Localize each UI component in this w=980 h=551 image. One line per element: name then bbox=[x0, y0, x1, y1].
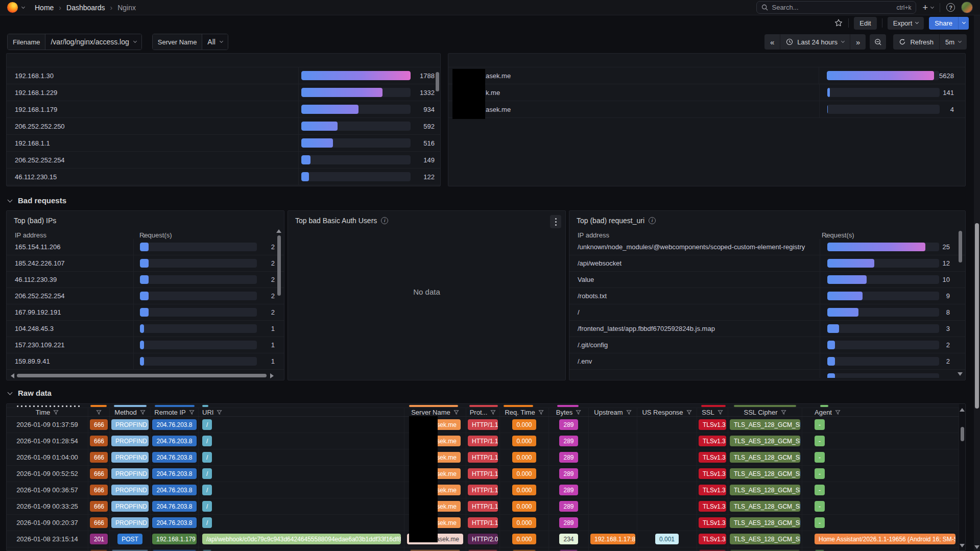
cell-req_time: 0.000 bbox=[500, 449, 549, 465]
cell-req_time: 0.000 bbox=[500, 498, 549, 514]
vertical-scrollbar-thumb[interactable] bbox=[961, 427, 964, 441]
bar-gauge bbox=[819, 67, 939, 84]
value-badge: TLS_AES_128_GCM_SHA256 bbox=[730, 550, 800, 550]
table-scrollbar-track[interactable] bbox=[959, 404, 965, 550]
value-badge: HTTP/1.1 bbox=[468, 419, 498, 430]
scroll-up-arrow[interactable] bbox=[960, 408, 965, 412]
scroll-left-arrow[interactable] bbox=[11, 373, 14, 378]
breadcrumb-home[interactable]: Home bbox=[35, 4, 54, 12]
zoom-out-time-button[interactable] bbox=[870, 34, 886, 50]
column-header-ssl[interactable]: SSL bbox=[697, 408, 728, 416]
vertical-scrollbar-thumb[interactable] bbox=[277, 235, 281, 296]
column-header-bytes[interactable]: Bytes bbox=[549, 408, 589, 416]
panel-title[interactable]: Top (bad) request_uri i bbox=[577, 217, 656, 225]
filename-select[interactable]: /var/log/nginx/access.log bbox=[45, 34, 141, 50]
cell-upstream: 192.168.1.17:8123 bbox=[589, 531, 637, 547]
column-header-us_response[interactable]: US Response bbox=[637, 408, 697, 416]
cut-badge-fragment bbox=[504, 405, 533, 407]
bar-fill bbox=[140, 243, 149, 251]
filter-icon[interactable] bbox=[217, 410, 222, 415]
panel-bad-auth-users: Top bad Basic Auth Users i No data bbox=[288, 210, 566, 380]
scroll-up-arrow[interactable] bbox=[276, 229, 281, 233]
search-input[interactable] bbox=[772, 4, 893, 11]
info-icon[interactable]: i bbox=[649, 217, 656, 224]
share-button[interactable]: Share bbox=[929, 17, 958, 30]
filter-icon[interactable] bbox=[53, 410, 59, 415]
cell-upstream bbox=[589, 547, 637, 550]
value-badge: HTTP/1.1 bbox=[468, 468, 498, 479]
vertical-scrollbar-thumb[interactable] bbox=[959, 231, 962, 262]
scroll-right-arrow[interactable] bbox=[270, 373, 274, 378]
panel-title[interactable]: Top (bad) IPs bbox=[14, 217, 56, 225]
filter-icon[interactable] bbox=[96, 410, 102, 415]
share-menu-button[interactable] bbox=[958, 17, 969, 30]
time-shift-forward-button[interactable]: » bbox=[850, 34, 866, 50]
column-header-ip[interactable]: IP address bbox=[578, 231, 609, 239]
refresh-button[interactable]: Refresh bbox=[893, 34, 940, 50]
bar-fill bbox=[827, 88, 830, 97]
add-new-button[interactable]: + bbox=[922, 3, 934, 12]
cell-us_response bbox=[637, 466, 697, 482]
help-icon[interactable]: ? bbox=[946, 3, 955, 12]
page-scrollbar-thumb[interactable] bbox=[975, 223, 979, 409]
filter-icon[interactable] bbox=[626, 410, 632, 415]
row-label: 157.230.109.221 bbox=[7, 341, 133, 349]
cell-bytes: 289 bbox=[549, 498, 589, 514]
row-label: 46.112.230.39 bbox=[7, 276, 133, 283]
section-raw-data[interactable]: Raw data bbox=[8, 389, 52, 397]
column-header-ip[interactable]: IP address bbox=[15, 231, 46, 239]
column-header-server[interactable]: Server Name bbox=[404, 408, 466, 416]
column-header-time[interactable]: Time bbox=[7, 408, 88, 416]
server-name-select[interactable]: All bbox=[202, 34, 228, 50]
scroll-down-arrow[interactable] bbox=[960, 544, 965, 547]
panel-menu-icon[interactable] bbox=[550, 215, 561, 228]
filter-icon[interactable] bbox=[490, 410, 496, 415]
chevron-down-icon[interactable] bbox=[21, 5, 25, 8]
breadcrumb-dashboards[interactable]: Dashboards bbox=[66, 4, 105, 12]
column-header-prot[interactable]: Prot... bbox=[466, 408, 500, 416]
bar-track bbox=[140, 341, 257, 349]
value-badge: / bbox=[202, 436, 212, 446]
horizontal-scrollbar[interactable] bbox=[11, 373, 274, 378]
horizontal-scrollbar-thumb[interactable] bbox=[17, 374, 267, 377]
filter-icon[interactable] bbox=[835, 410, 841, 415]
search-box[interactable]: ctrl+k bbox=[756, 1, 916, 14]
cell-uri: / bbox=[199, 547, 404, 550]
bar-track bbox=[140, 292, 257, 300]
section-bad-requests[interactable]: Bad requests bbox=[8, 196, 66, 205]
scroll-down-arrow[interactable] bbox=[958, 372, 963, 376]
column-header-remote_ip[interactable]: Remote IP bbox=[151, 408, 199, 416]
scroll-down-arrow[interactable] bbox=[974, 545, 979, 549]
column-header-uri[interactable]: URI bbox=[199, 408, 404, 416]
column-header-agent[interactable]: Agent bbox=[802, 408, 959, 416]
filter-icon[interactable] bbox=[781, 410, 786, 415]
time-shift-back-button[interactable]: « bbox=[764, 34, 780, 50]
row-value: 592 bbox=[412, 123, 440, 130]
filter-icon[interactable] bbox=[576, 410, 581, 415]
column-header-upstream[interactable]: Upstream bbox=[589, 408, 637, 416]
column-header-req_time[interactable]: Req. Time bbox=[500, 408, 549, 416]
filter-icon[interactable] bbox=[453, 410, 459, 415]
page-scrollbar[interactable] bbox=[974, 0, 980, 551]
time-range-picker[interactable]: Last 24 hours bbox=[780, 34, 850, 50]
filter-icon[interactable] bbox=[718, 410, 723, 415]
table-row: 2026-01-09 00:33:25666PROPFIND204.76.203… bbox=[7, 498, 959, 515]
edit-button[interactable]: Edit bbox=[854, 17, 876, 30]
vertical-scrollbar-thumb[interactable] bbox=[436, 72, 439, 91]
filter-icon[interactable] bbox=[189, 410, 195, 415]
avatar[interactable] bbox=[961, 2, 973, 13]
panel-title[interactable]: Top bad Basic Auth Users i bbox=[295, 217, 388, 225]
star-icon[interactable] bbox=[834, 18, 843, 28]
column-header-status[interactable] bbox=[88, 408, 110, 416]
column-header-method[interactable]: Method bbox=[110, 408, 151, 416]
info-icon[interactable]: i bbox=[381, 217, 388, 224]
value-badge: PROPFIND bbox=[111, 468, 149, 479]
grafana-logo[interactable] bbox=[7, 2, 18, 13]
column-header-ssl_cipher[interactable]: SSL Cipher bbox=[728, 408, 802, 416]
refresh-interval-select[interactable]: 5m bbox=[940, 34, 967, 50]
filter-icon[interactable] bbox=[686, 410, 692, 415]
export-button[interactable]: Export bbox=[888, 17, 924, 30]
filter-icon[interactable] bbox=[538, 410, 544, 415]
cell-ssl: TLSv1.3 bbox=[697, 449, 728, 465]
filter-icon[interactable] bbox=[140, 410, 146, 415]
